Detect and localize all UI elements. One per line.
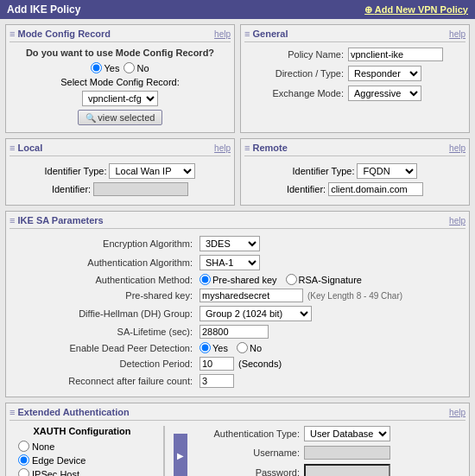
local-id-input[interactable]: [93, 182, 188, 196]
preshared-label: Pre-shared key: [212, 275, 277, 285]
detection-period-label: Detection Period:: [27, 359, 200, 369]
auth-method-radios: Pre-shared key RSA-Signature: [200, 274, 362, 285]
mode-config-help[interactable]: help: [214, 29, 231, 39]
detection-period-row: Detection Period: (Seconds): [27, 357, 448, 371]
encryption-label: Encryption Algorithm:: [27, 238, 200, 249]
dead-peer-yes-item: Yes: [200, 342, 228, 353]
auth-method-label: Authentication Method:: [27, 275, 200, 285]
exchange-mode-row: Exchange Mode: Aggressive: [253, 86, 466, 101]
preshared-key-label: Pre-shared key:: [27, 290, 200, 301]
ike-sa-title: IKE SA Parameters: [10, 215, 449, 225]
remote-help[interactable]: help: [449, 143, 466, 153]
page-title: Add IKE Policy: [7, 3, 80, 16]
row-local-remote: Local help Identifier Type: Local Wan IP…: [5, 138, 470, 206]
dead-peer-row: Enable Dead Peer Detection: Yes No: [27, 342, 448, 353]
rsa-radio-item: RSA-Signature: [286, 274, 362, 285]
dh-group-select[interactable]: Group 2 (1024 bit): [200, 306, 312, 321]
preshared-key-row: Pre-shared key: (Key Length 8 - 49 Char): [27, 289, 448, 302]
policy-name-row: Policy Name:: [253, 48, 466, 61]
extended-auth-panel: Extended Authentication help XAUTH Confi…: [5, 403, 470, 476]
general-content: Policy Name: Direction / Type: Responder…: [244, 48, 466, 101]
local-content: Identifier Type: Local Wan IP Identifier…: [10, 162, 231, 201]
radio-yes[interactable]: [91, 62, 102, 73]
ike-sa-header: IKE SA Parameters help: [10, 215, 466, 229]
direction-type-label: Direction / Type:: [253, 68, 348, 79]
remote-id-type-select[interactable]: FQDN: [357, 163, 417, 179]
mode-config-question: Do you want to use Mode Config Record?: [26, 48, 214, 58]
direction-type-row: Direction / Type: Responder: [253, 66, 466, 81]
preshared-key-input[interactable]: [200, 289, 303, 302]
password-row: Password:: [200, 464, 466, 476]
dead-peer-label: Enable Dead Peer Detection:: [27, 343, 200, 353]
password-input[interactable]: [304, 464, 390, 476]
xauth-ipsec-label: IPSec Host: [32, 469, 79, 477]
mode-config-title: Mode Config Record: [10, 29, 214, 39]
mode-config-panel: Mode Config Record help Do you want to u…: [5, 24, 235, 133]
arrow-button[interactable]: ▶: [174, 434, 187, 476]
general-header: General help: [244, 29, 466, 42]
direction-type-select[interactable]: Responder: [348, 66, 421, 81]
xauth-none-radio[interactable]: [18, 441, 29, 452]
preshared-radio-item: Pre-shared key: [200, 274, 277, 285]
local-help[interactable]: help: [214, 143, 231, 153]
extended-auth-header: Extended Authentication help: [10, 407, 466, 421]
xauth-ipsec-item: IPSec Host: [10, 468, 155, 476]
row-mode-general: Mode Config Record help Do you want to u…: [5, 24, 470, 133]
ike-sa-panel: IKE SA Parameters help Encryption Algori…: [5, 211, 470, 397]
xauth-ipsec-radio[interactable]: [18, 468, 29, 476]
dead-peer-radios: Yes No: [200, 342, 262, 353]
preshared-radio[interactable]: [200, 274, 211, 285]
exchange-mode-select[interactable]: Aggressive: [348, 86, 421, 101]
extended-auth-help[interactable]: help: [449, 408, 466, 417]
radio-no[interactable]: [124, 62, 135, 73]
page-header: Add IKE Policy Add New VPN Policy: [0, 0, 475, 19]
encryption-row: Encryption Algorithm: 3DES: [27, 236, 448, 251]
exchange-mode-label: Exchange Mode:: [253, 88, 348, 98]
detection-period-unit: (Seconds): [238, 359, 282, 369]
mode-config-select-row: Select Mode Config Record:: [60, 77, 180, 87]
dead-peer-no-radio[interactable]: [237, 342, 248, 353]
ike-sa-help[interactable]: help: [449, 216, 466, 225]
add-vpn-link[interactable]: Add New VPN Policy: [364, 4, 468, 16]
key-length-hint: (Key Length 8 - 49 Char): [307, 291, 402, 301]
mode-config-dropdown-row: vpnclient-cfg: [82, 91, 158, 106]
dead-peer-no-label: No: [250, 343, 262, 353]
auth-type-row: Authentication Type: User Database: [200, 426, 466, 441]
policy-name-label: Policy Name:: [253, 49, 348, 60]
username-label: Username:: [200, 447, 304, 458]
xauth-edge-radio[interactable]: [18, 454, 29, 466]
local-id-type-label: Identifier Type:: [45, 166, 107, 176]
dead-peer-no-item: No: [237, 342, 262, 353]
general-help[interactable]: help: [449, 29, 466, 39]
policy-name-input[interactable]: [348, 48, 443, 61]
xauth-title: XAUTH Configuration: [10, 426, 155, 436]
view-selected-button[interactable]: view selected: [78, 110, 163, 125]
general-title: General: [244, 29, 449, 39]
xauth-edge-label: Edge Device: [32, 455, 86, 466]
auth-type-select[interactable]: User Database: [304, 426, 390, 441]
rsa-label: RSA-Signature: [299, 275, 362, 285]
mode-config-select[interactable]: vpnclient-cfg: [82, 91, 158, 106]
extended-auth-title: Extended Authentication: [10, 407, 449, 417]
local-id-row: Identifier:: [14, 182, 226, 196]
auth-type-label: Authentication Type:: [200, 428, 304, 439]
detection-period-input[interactable]: [200, 357, 234, 371]
reconnect-label: Reconnect after failure count:: [27, 376, 200, 386]
username-input[interactable]: [304, 446, 390, 460]
sa-lifetime-input[interactable]: [200, 325, 269, 339]
rsa-radio[interactable]: [286, 274, 297, 285]
dead-peer-yes-radio[interactable]: [200, 342, 211, 353]
remote-content: Identifier Type: FQDN Identifier:: [244, 162, 466, 201]
reconnect-input[interactable]: [200, 374, 234, 388]
local-id-type-select[interactable]: Local Wan IP: [109, 163, 195, 179]
auth-algorithm-select[interactable]: SHA-1: [200, 255, 260, 270]
main-content: Mode Config Record help Do you want to u…: [0, 19, 475, 476]
remote-id-input[interactable]: [328, 182, 423, 196]
extended-auth-content: XAUTH Configuration None Edge Device IPS…: [10, 426, 466, 476]
mode-config-content: Do you want to use Mode Config Record? Y…: [10, 48, 231, 129]
xauth-edge-item: Edge Device: [10, 454, 155, 466]
dh-group-label: Diffie-Hellman (DH) Group:: [27, 308, 200, 319]
remote-id-type-label: Identifier Type:: [293, 166, 355, 176]
encryption-select[interactable]: 3DES: [200, 236, 260, 251]
local-id-label: Identifier:: [52, 184, 91, 194]
